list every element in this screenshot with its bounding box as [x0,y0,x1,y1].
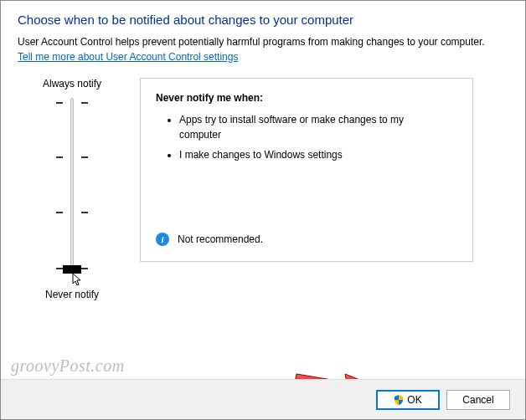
panel-heading: Never notify me when: [156,92,457,104]
recommendation-text: Not recommended. [178,233,263,245]
dialog-footer: OK Cancel [1,379,525,419]
ok-button[interactable]: OK [376,390,440,410]
info-panel: Never notify me when: Apps try to instal… [140,78,473,262]
slider-thumb[interactable] [63,265,81,274]
notification-slider[interactable]: Always notify Never notify [26,78,118,300]
panel-item: I make changes to Windows settings [179,147,457,162]
slider-label-top: Always notify [43,78,101,90]
slider-label-bottom: Never notify [45,289,99,300]
shield-icon [394,395,404,405]
cursor-icon [72,273,84,288]
page-title: Choose when to be notified about changes… [18,13,508,27]
ok-button-label: OK [407,394,421,406]
panel-item: Apps try to install software or make cha… [179,112,457,142]
cancel-button-label: Cancel [462,394,493,406]
watermark: groovyPost.com [11,356,125,376]
page-description: User Account Control helps prevent poten… [18,35,508,49]
learn-more-link[interactable]: Tell me more about User Account Control … [18,51,238,63]
cancel-button[interactable]: Cancel [446,390,510,410]
info-icon: i [156,233,169,246]
